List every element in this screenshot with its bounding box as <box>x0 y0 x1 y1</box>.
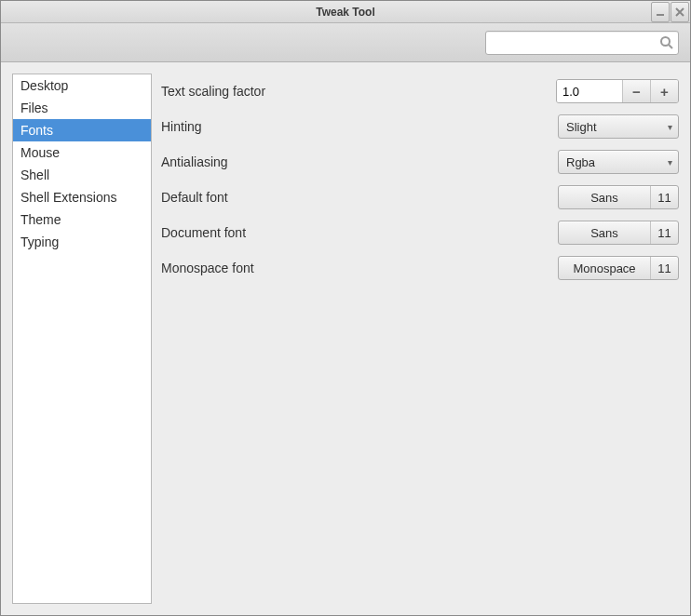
default-font-button[interactable]: Sans 11 <box>558 185 679 209</box>
close-icon <box>675 7 684 17</box>
minimize-icon <box>656 7 665 17</box>
monospace-font-name: Monospace <box>559 257 650 279</box>
default-font-name: Sans <box>559 186 650 208</box>
document-font-name: Sans <box>559 221 650 244</box>
sidebar-item-shell-extensions[interactable]: Shell Extensions <box>13 186 151 208</box>
chevron-down-icon: ▾ <box>668 122 672 132</box>
sidebar-item-theme[interactable]: Theme <box>13 208 151 231</box>
spin-minus-button[interactable]: − <box>622 80 650 102</box>
row-text-scaling: Text scaling factor − + <box>161 74 679 109</box>
window-controls <box>651 1 690 22</box>
sidebar-item-files[interactable]: Files <box>13 97 151 119</box>
antialiasing-value: Rgba <box>566 155 595 169</box>
row-default-font: Default font Sans 11 <box>161 180 679 215</box>
search-icon <box>659 35 674 50</box>
sidebar-item-label: Shell <box>20 167 49 182</box>
plus-icon: + <box>660 84 669 100</box>
svg-point-1 <box>661 37 670 46</box>
search-input[interactable] <box>492 34 659 50</box>
default-font-size: 11 <box>650 186 678 208</box>
sidebar-item-label: Typing <box>20 234 59 249</box>
monospace-font-button[interactable]: Monospace 11 <box>558 256 679 280</box>
label-monospace-font: Monospace font <box>161 261 558 275</box>
sidebar-item-label: Fonts <box>20 123 53 138</box>
row-document-font: Document font Sans 11 <box>161 215 679 250</box>
sidebar-item-label: Desktop <box>20 78 68 93</box>
row-antialiasing: Antialiasing Rgba ▾ <box>161 144 679 180</box>
sidebar-item-label: Theme <box>20 212 61 227</box>
spin-plus-button[interactable]: + <box>650 80 678 102</box>
minimize-button[interactable] <box>651 2 670 22</box>
window-title: Tweak Tool <box>316 6 375 19</box>
monospace-font-size: 11 <box>650 257 678 279</box>
sidebar[interactable]: DesktopFilesFontsMouseShellShell Extensi… <box>12 74 152 604</box>
sidebar-item-label: Shell Extensions <box>20 190 117 205</box>
minus-icon: − <box>632 84 641 100</box>
content: Text scaling factor − + Hinting Slight ▾… <box>161 74 679 604</box>
sidebar-item-mouse[interactable]: Mouse <box>13 141 151 164</box>
sidebar-item-desktop[interactable]: Desktop <box>13 74 151 97</box>
sidebar-item-label: Mouse <box>20 145 60 160</box>
antialiasing-combobox[interactable]: Rgba ▾ <box>558 150 679 174</box>
chevron-down-icon: ▾ <box>668 157 672 167</box>
text-scaling-spinbutton[interactable]: − + <box>556 79 679 103</box>
document-font-size: 11 <box>650 221 678 244</box>
text-scaling-value[interactable] <box>557 80 622 102</box>
sidebar-item-fonts[interactable]: Fonts <box>13 119 151 141</box>
close-button[interactable] <box>671 2 689 22</box>
hinting-value: Slight <box>566 120 597 134</box>
document-font-button[interactable]: Sans 11 <box>558 221 679 245</box>
titlebar: Tweak Tool <box>1 1 690 23</box>
window: Tweak Tool DesktopFilesFontsMouseShellSh… <box>0 0 691 616</box>
toolbar <box>1 23 690 62</box>
hinting-combobox[interactable]: Slight ▾ <box>558 114 679 139</box>
label-document-font: Document font <box>161 225 558 240</box>
sidebar-item-typing[interactable]: Typing <box>13 231 151 253</box>
svg-rect-0 <box>657 14 664 16</box>
row-hinting: Hinting Slight ▾ <box>161 109 679 144</box>
label-default-font: Default font <box>161 190 558 205</box>
label-antialiasing: Antialiasing <box>161 154 558 169</box>
search-field[interactable] <box>485 31 679 55</box>
sidebar-item-shell[interactable]: Shell <box>13 164 151 186</box>
label-hinting: Hinting <box>161 119 558 134</box>
label-text-scaling: Text scaling factor <box>161 84 556 99</box>
svg-line-2 <box>669 45 672 48</box>
body: DesktopFilesFontsMouseShellShell Extensi… <box>1 62 690 615</box>
row-monospace-font: Monospace font Monospace 11 <box>161 250 679 286</box>
sidebar-item-label: Files <box>20 100 48 115</box>
